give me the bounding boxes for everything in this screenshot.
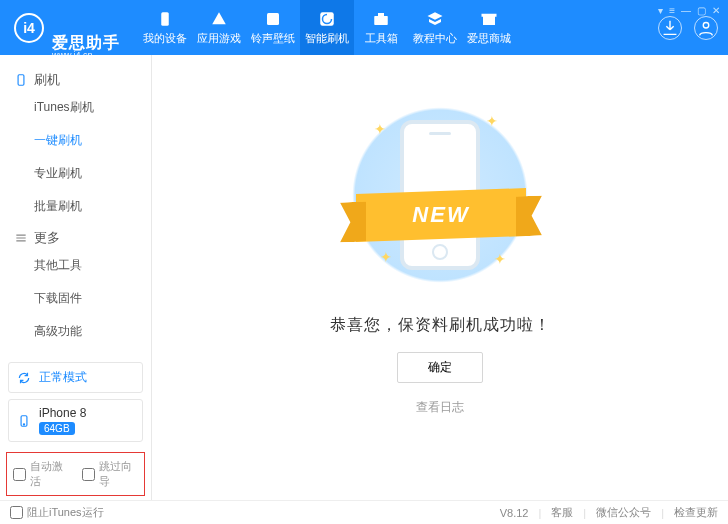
- device-mode-button[interactable]: 正常模式: [8, 362, 143, 393]
- sidebar-section-flash[interactable]: 刷机: [0, 65, 151, 91]
- nav-label: 应用游戏: [197, 31, 241, 46]
- device-outline-icon: [14, 73, 28, 87]
- skip-guide-checkbox[interactable]: 跳过向导: [82, 459, 139, 489]
- toolbox-icon: [372, 10, 390, 28]
- check-update-link[interactable]: 检查更新: [674, 505, 718, 520]
- nav-ringtones[interactable]: 铃声壁纸: [246, 0, 300, 55]
- win-menu-icon[interactable]: ▾: [658, 5, 663, 16]
- sparkle-icon: ✦: [374, 121, 386, 137]
- version-label: V8.12: [500, 507, 529, 519]
- sparkle-icon: ✦: [494, 251, 506, 267]
- nav-tutorial[interactable]: 教程中心: [408, 0, 462, 55]
- flash-options-row: 自动激活 跳过向导: [6, 452, 145, 496]
- nav-label: 铃声壁纸: [251, 31, 295, 46]
- svg-rect-3: [374, 16, 388, 25]
- window-controls: ▾ ≡ — ▢ ✕: [658, 5, 720, 16]
- status-bar: 阻止iTunes运行 V8.12 | 客服 | 微信公众号 | 检查更新: [0, 500, 728, 524]
- list-icon: [14, 231, 28, 245]
- phone-icon: [17, 414, 31, 428]
- sidebar-item-other-tools[interactable]: 其他工具: [34, 249, 151, 282]
- store-icon: [480, 10, 498, 28]
- success-illustration: ✦ ✦ ✦ ✦ NEW: [340, 95, 540, 295]
- top-bar: i4 爱思助手 www.i4.cn 我的设备 应用游戏 铃声壁纸 智能刷机 工具…: [0, 0, 728, 55]
- nav-label: 我的设备: [143, 31, 187, 46]
- ribbon-text: NEW: [412, 202, 469, 228]
- sidebar-item-download-firmware[interactable]: 下载固件: [34, 282, 151, 315]
- sparkle-icon: ✦: [380, 249, 392, 265]
- sidebar-item-oneclick-flash[interactable]: 一键刷机: [34, 124, 151, 157]
- svg-rect-6: [18, 75, 24, 86]
- sidebar: 刷机 iTunes刷机 一键刷机 专业刷机 批量刷机 更多 其他工具 下载固件 …: [0, 55, 152, 500]
- support-link[interactable]: 客服: [551, 505, 573, 520]
- nav-my-device[interactable]: 我的设备: [138, 0, 192, 55]
- sidebar-section-more[interactable]: 更多: [0, 223, 151, 249]
- new-ribbon: NEW: [356, 191, 526, 239]
- nav-label: 智能刷机: [305, 31, 349, 46]
- success-message: 恭喜您，保资料刷机成功啦！: [330, 315, 551, 336]
- nav-flash[interactable]: 智能刷机: [300, 0, 354, 55]
- svg-point-5: [703, 22, 709, 28]
- block-itunes-checkbox[interactable]: 阻止iTunes运行: [10, 505, 104, 520]
- top-right-controls: [658, 16, 718, 40]
- refresh-icon: [17, 371, 31, 385]
- device-name: iPhone 8: [39, 406, 86, 420]
- view-log-link[interactable]: 查看日志: [416, 399, 464, 416]
- brand-domain: www.i4.cn: [52, 51, 120, 61]
- section-title: 更多: [34, 229, 60, 247]
- music-icon: [264, 10, 282, 28]
- nav-toolbox[interactable]: 工具箱: [354, 0, 408, 55]
- nav-label: 教程中心: [413, 31, 457, 46]
- wechat-link[interactable]: 微信公众号: [596, 505, 651, 520]
- win-settings-icon[interactable]: ≡: [669, 5, 675, 16]
- svg-rect-4: [378, 13, 384, 16]
- svg-rect-1: [267, 13, 279, 25]
- svg-point-8: [23, 423, 24, 424]
- sidebar-item-batch-flash[interactable]: 批量刷机: [34, 190, 151, 223]
- win-maximize-icon[interactable]: ▢: [697, 5, 706, 16]
- sidebar-item-pro-flash[interactable]: 专业刷机: [34, 157, 151, 190]
- nav-store[interactable]: 爱思商城: [462, 0, 516, 55]
- device-icon: [156, 10, 174, 28]
- auto-activate-checkbox[interactable]: 自动激活: [13, 459, 70, 489]
- nav-apps[interactable]: 应用游戏: [192, 0, 246, 55]
- user-button[interactable]: [694, 16, 718, 40]
- logo[interactable]: i4 爱思助手 www.i4.cn: [14, 0, 120, 61]
- apps-icon: [210, 10, 228, 28]
- nav-label: 爱思商城: [467, 31, 511, 46]
- tutorial-icon: [426, 10, 444, 28]
- svg-rect-0: [161, 12, 169, 26]
- sparkle-icon: ✦: [486, 113, 498, 129]
- sidebar-item-itunes-flash[interactable]: iTunes刷机: [34, 91, 151, 124]
- sidebar-item-advanced[interactable]: 高级功能: [34, 315, 151, 348]
- win-close-icon[interactable]: ✕: [712, 5, 720, 16]
- top-nav: 我的设备 应用游戏 铃声壁纸 智能刷机 工具箱 教程中心 爱思商城: [138, 0, 516, 55]
- confirm-button[interactable]: 确定: [397, 352, 483, 383]
- device-storage-badge: 64GB: [39, 422, 75, 435]
- section-title: 刷机: [34, 71, 60, 89]
- flash-icon: [318, 10, 336, 28]
- logo-icon: i4: [14, 13, 44, 43]
- download-button[interactable]: [658, 16, 682, 40]
- main-content: ✦ ✦ ✦ ✦ NEW 恭喜您，保资料刷机成功啦！ 确定 查看日志: [152, 55, 728, 500]
- win-minimize-icon[interactable]: —: [681, 5, 691, 16]
- mode-label: 正常模式: [39, 369, 87, 386]
- device-info[interactable]: iPhone 8 64GB: [8, 399, 143, 442]
- nav-label: 工具箱: [365, 31, 398, 46]
- brand-name: 爱思助手: [52, 0, 120, 51]
